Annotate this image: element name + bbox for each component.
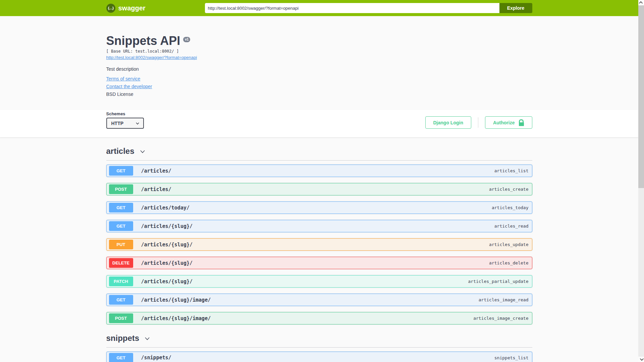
swagger-logo-icon: {…} [106,4,115,13]
operation-path: /articles/{slug}/ [141,223,193,229]
operation-id: articles_partial_update [468,279,528,284]
operation-path: /articles/ [141,168,171,174]
method-badge: DELETE [109,258,133,268]
method-badge: GET [109,221,133,231]
version-badge: v1 [183,37,190,42]
spec-url-input[interactable] [205,3,499,13]
django-login-label: Django Login [433,120,463,125]
operation-row[interactable]: DELETE/articles/{slug}/articles_delete [106,257,532,269]
operation-row[interactable]: GET/articles/articles_list [106,165,532,177]
scheme-container: Schemes HTTP Django Login Authorize [0,110,638,137]
authorize-label: Authorize [493,120,515,125]
unlock-icon [519,119,524,126]
operation-id: articles_create [489,187,528,192]
auth-separator [478,117,478,128]
operation-row[interactable]: GET/articles/today/articles_today [106,201,532,214]
method-badge: POST [109,184,133,194]
swagger-ui-page: {…} swagger Explore Snippets APIv1 [ Bas… [0,0,644,362]
schemes-label: Schemes [106,111,144,117]
api-description: Test description [106,66,532,72]
topbar: {…} swagger Explore [0,0,638,16]
operation-row[interactable]: GET/snippets/snippets_list [106,352,532,362]
operation-id: articles_delete [489,260,528,265]
operation-id: snippets_list [494,355,529,360]
api-info-section: Snippets APIv1 [ Base URL: test.local:80… [0,16,638,110]
method-badge: PATCH [109,277,133,286]
operation-path: /articles/{slug}/ [141,242,193,248]
operation-id: articles_image_read [479,297,529,302]
method-badge: PUT [109,240,133,249]
base-url: [ Base URL: test.local:8002/ ] [106,49,532,54]
method-badge: POST [109,313,133,323]
scrollbar[interactable] [638,0,644,362]
section-title: articles [106,146,135,156]
operation-path: /articles/ [141,186,171,192]
django-login-button[interactable]: Django Login [425,116,471,129]
spec-url-form: Explore [205,3,532,13]
scroll-down-button[interactable] [638,357,644,362]
operation-row[interactable]: PUT/articles/{slug}/articles_update [106,238,532,251]
license-label: BSD License [106,92,532,97]
method-badge: GET [109,295,133,305]
method-badge: GET [109,353,133,362]
operation-path: /articles/{slug}/image/ [141,315,211,321]
operation-path: /articles/{slug}/image/ [141,297,211,303]
section-title: snippets [106,334,140,343]
brand-name: swagger [118,4,146,12]
chevron-up-icon [639,1,642,5]
section-header-articles[interactable]: articles [106,146,532,161]
method-badge: GET [109,166,133,176]
operation-path: /articles/{slug}/ [141,279,193,285]
operation-path: /articles/today/ [141,205,190,211]
operation-id: articles_list [494,168,529,173]
auth-wrapper: Django Login Authorize [425,116,532,129]
chevron-down-icon [139,148,146,155]
section-header-snippets[interactable]: snippets [106,334,532,348]
chevron-down-icon [144,335,151,342]
scrollbar-thumb[interactable] [638,5,644,188]
chevron-down-icon [640,357,643,361]
chevron-down-icon [135,121,140,126]
scheme-selected-value: HTTP [111,121,124,126]
operation-path: /articles/{slug}/ [141,260,193,266]
method-badge: GET [109,203,133,213]
operation-row[interactable]: POST/articles/{slug}/image/articles_imag… [106,312,532,324]
contact-developer-link[interactable]: Contact the developer [106,84,152,89]
operation-id: articles_today [492,205,529,210]
schemes-block: Schemes HTTP [106,111,144,129]
swagger-logo: {…} swagger [106,4,146,13]
operation-id: articles_read [494,224,529,229]
api-title-text: Snippets API [106,34,180,48]
operation-row[interactable]: GET/articles/{slug}/articles_read [106,220,532,232]
authorize-button[interactable]: Authorize [485,116,532,129]
explore-button[interactable]: Explore [499,3,532,13]
operation-path: /snippets/ [141,355,171,361]
operation-id: articles_image_create [473,316,528,321]
operation-row[interactable]: PATCH/articles/{slug}/articles_partial_u… [106,275,532,288]
operation-row[interactable]: POST/articles/articles_create [106,183,532,195]
terms-of-service-link[interactable]: Terms of service [106,76,141,81]
scroll-up-button[interactable] [638,0,644,5]
operation-id: articles_update [489,242,528,247]
scheme-select[interactable]: HTTP [106,118,144,129]
operation-row[interactable]: GET/articles/{slug}/image/articles_image… [106,294,532,306]
spec-link[interactable]: http://test.local:8002/swagger/?format=o… [106,55,197,60]
operations-list: articlesGET/articles/articles_listPOST/a… [106,146,532,362]
page-title: Snippets APIv1 [106,34,532,48]
